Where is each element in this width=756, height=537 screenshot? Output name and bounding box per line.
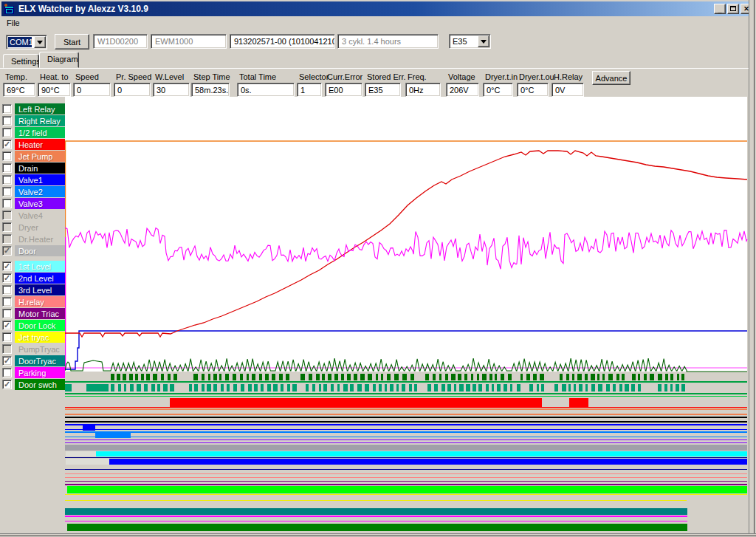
status-value-field[interactable]: 0: [114, 83, 151, 97]
right-relay-pulses: [574, 384, 576, 391]
signal-row: ✓1st Level: [1, 261, 65, 273]
checkbox-icon[interactable]: [2, 285, 12, 295]
error-code-select[interactable]: E35: [449, 34, 491, 49]
chevron-down-icon[interactable]: [478, 35, 489, 47]
right-relay-pulses: [510, 384, 513, 391]
checkbox-icon[interactable]: [2, 211, 12, 220]
menu-file[interactable]: File: [1, 17, 25, 29]
signal-label: Door: [15, 245, 65, 256]
signal-label: 1st Level: [15, 261, 65, 272]
board-type-field[interactable]: EWM1000: [151, 34, 227, 49]
tab-diagram[interactable]: Diagram: [39, 52, 79, 68]
checkbox-icon[interactable]: [2, 368, 12, 377]
product-number-field[interactable]: 913202571-00 (1010041210): [230, 34, 335, 49]
left-relay-pulses: [451, 374, 456, 380]
advance-button[interactable]: Advance: [592, 71, 630, 85]
app-icon[interactable]: [4, 4, 16, 14]
status-value-field[interactable]: 0V: [551, 83, 584, 97]
checkbox-icon[interactable]: [2, 222, 12, 232]
checkbox-icon[interactable]: [2, 116, 12, 126]
maximize-button[interactable]: [727, 4, 739, 14]
checkbox-icon[interactable]: [2, 128, 12, 137]
checkbox-icon[interactable]: [2, 309, 12, 318]
checkbox-checked-icon[interactable]: ✓: [2, 380, 12, 389]
right-relay-pulses: [472, 384, 476, 391]
checkbox-checked-icon[interactable]: ✓: [2, 273, 12, 283]
checkbox-icon[interactable]: [2, 344, 12, 354]
left-relay-pulses: [560, 374, 563, 380]
left-relay-pulses: [597, 374, 599, 380]
checkbox-checked-icon[interactable]: ✓: [2, 140, 12, 149]
checkbox-icon[interactable]: [2, 104, 12, 114]
status-value-field[interactable]: 0: [73, 83, 111, 97]
left-relay-pulses: [381, 374, 383, 380]
signal-row: Jet tryac: [1, 332, 65, 343]
right-relay-pulses: [151, 384, 155, 391]
title-bar[interactable]: ELX Watcher by Alexzz V3.10.9 _ ✕: [1, 1, 755, 16]
status-value-field[interactable]: 0s.: [237, 83, 295, 97]
left-relay-pulses: [153, 374, 157, 380]
status-value-field[interactable]: 206V: [446, 83, 479, 97]
checkbox-icon[interactable]: [2, 332, 12, 342]
status-value-field[interactable]: 1: [297, 83, 322, 97]
heater-on: [569, 398, 588, 407]
right-relay-pulses: [409, 384, 412, 391]
signal-label: Door swch: [15, 379, 65, 390]
checkbox-checked-icon[interactable]: ✓: [2, 261, 12, 271]
checkbox-icon[interactable]: [2, 175, 12, 185]
minimize-button[interactable]: _: [714, 4, 726, 14]
checkbox-checked-icon[interactable]: ✓: [2, 321, 12, 330]
board-code-field[interactable]: W1D00200: [93, 34, 148, 49]
right-relay-pulses: [390, 384, 394, 391]
com-port-select[interactable]: COM1: [6, 35, 47, 49]
right-relay-pulses: [631, 384, 635, 391]
right-relay-pulses: [658, 384, 662, 391]
left-relay-pulses: [387, 374, 391, 380]
left-relay-pulses: [322, 374, 324, 380]
signal-label: Valve1: [15, 174, 65, 185]
checkbox-icon[interactable]: [2, 163, 12, 173]
chevron-down-icon[interactable]: [34, 36, 46, 48]
status-value-field[interactable]: 30: [153, 83, 190, 97]
checkbox-icon[interactable]: [2, 187, 12, 196]
left-relay-pulses: [286, 374, 289, 380]
left-relay-pulses: [168, 374, 171, 380]
status-value-field[interactable]: 0°C: [483, 83, 513, 97]
right-relay-pulses: [118, 384, 121, 391]
right-relay-pulses: [241, 384, 244, 391]
right-relay-pulses: [213, 384, 216, 391]
checkbox-icon[interactable]: [2, 151, 12, 161]
right-relay-pulses: [227, 384, 230, 391]
checkbox-checked-icon[interactable]: ✓: [2, 356, 12, 366]
left-relay-pulses: [533, 374, 537, 380]
status-value-field[interactable]: E35: [365, 83, 401, 97]
status-value-field[interactable]: 0Hz: [405, 83, 441, 97]
status-value-field[interactable]: 58m.23s.: [191, 83, 230, 97]
signal-row: Motor Triac: [1, 308, 65, 320]
right-relay-pulses: [287, 384, 290, 391]
right-relay-pulses: [306, 384, 309, 391]
right-relay-pulses: [323, 384, 327, 391]
left-relay-pulses: [665, 374, 668, 380]
left-relay-pulses: [658, 374, 662, 380]
cycle-info-field[interactable]: 3 cykl. 1.4 hours: [337, 34, 439, 49]
status-label: W.Level: [155, 72, 184, 81]
right-relay-pulses: [478, 384, 482, 391]
level1-off: [66, 451, 96, 457]
left-relay-pulses: [572, 374, 574, 380]
left-relay-pulses: [202, 374, 205, 380]
checkbox-icon[interactable]: [2, 297, 12, 307]
status-value-field[interactable]: E00: [325, 83, 362, 97]
signal-row: Valve4: [1, 210, 65, 222]
left-relay-pulses: [247, 374, 249, 380]
left-relay-pulses: [265, 374, 268, 380]
checkbox-checked-icon[interactable]: ✓: [2, 246, 12, 256]
start-button[interactable]: Start: [55, 34, 89, 49]
left-relay-pulses: [445, 374, 449, 380]
checkbox-icon[interactable]: [2, 199, 12, 208]
status-value-field[interactable]: 0°C: [517, 83, 549, 97]
checkbox-icon[interactable]: [2, 234, 12, 244]
status-label: Total Time: [239, 72, 276, 81]
tab-settings[interactable]: Settings: [3, 54, 39, 68]
right-relay-pulses: [365, 384, 369, 391]
